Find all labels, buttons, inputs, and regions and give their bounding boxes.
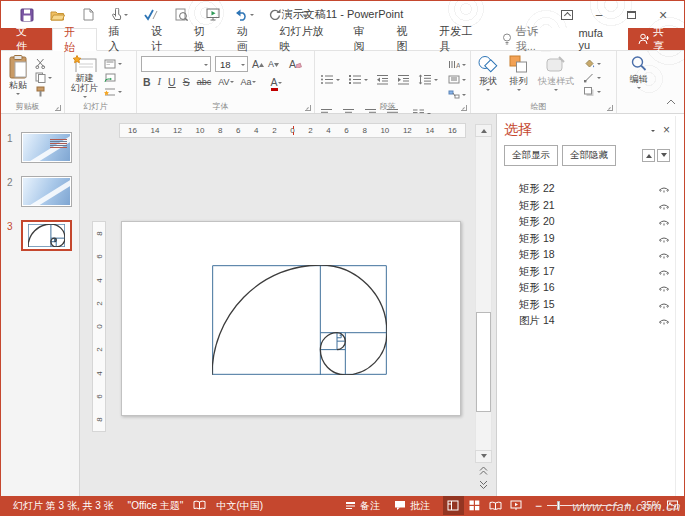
- proofing-icon[interactable]: [135, 5, 166, 25]
- reset-button[interactable]: [103, 71, 123, 84]
- previous-slide-icon[interactable]: [475, 465, 492, 477]
- pane-options-dropdown-icon[interactable]: [651, 125, 655, 136]
- increase-font-size-button[interactable]: A: [252, 58, 264, 70]
- strikethrough-button[interactable]: S: [183, 76, 190, 88]
- selection-item[interactable]: 矩形 19: [497, 231, 684, 248]
- text-shadow-button[interactable]: abc: [197, 76, 212, 88]
- close-icon[interactable]: ×: [654, 6, 672, 24]
- copy-button[interactable]: [34, 71, 53, 84]
- ribbon-tab[interactable]: 切换: [183, 28, 226, 50]
- share-button[interactable]: 共享: [628, 28, 684, 50]
- slide-thumbnail[interactable]: 2: [1, 176, 79, 207]
- new-document-icon[interactable]: [73, 5, 104, 25]
- tell-me-box[interactable]: 告诉我...: [492, 28, 567, 50]
- arrange-button[interactable]: 排列: [507, 55, 530, 100]
- visibility-eye-icon[interactable]: [658, 284, 670, 292]
- shape-fill-button[interactable]: [582, 57, 602, 70]
- selection-item[interactable]: 矩形 20: [497, 214, 684, 231]
- increase-indent-button[interactable]: [396, 73, 411, 86]
- paragraph-dialog-launcher-icon[interactable]: [461, 105, 467, 111]
- ribbon-tab[interactable]: 设计: [140, 28, 183, 50]
- visibility-eye-icon[interactable]: [658, 235, 670, 243]
- send-backward-icon[interactable]: [657, 149, 670, 162]
- shape-name[interactable]: 矩形 17: [519, 265, 658, 279]
- collapse-ribbon-icon[interactable]: [666, 91, 676, 109]
- theme-status[interactable]: "Office 主题": [121, 496, 191, 515]
- bold-button[interactable]: B: [143, 76, 151, 88]
- slide-number-status[interactable]: 幻灯片 第 3 张, 共 3 张: [6, 496, 121, 515]
- show-all-button[interactable]: 全部显示: [504, 145, 558, 166]
- start-slideshow-icon[interactable]: [197, 5, 228, 25]
- ribbon-tab[interactable]: 开始: [52, 28, 97, 51]
- selection-item[interactable]: 矩形 16: [497, 280, 684, 297]
- vertical-scrollbar[interactable]: [475, 124, 492, 491]
- golden-spiral-drawing[interactable]: [212, 265, 387, 375]
- slideshow-view-button[interactable]: [506, 496, 527, 515]
- bring-forward-icon[interactable]: [642, 149, 655, 162]
- cut-button[interactable]: [34, 57, 53, 70]
- selection-item[interactable]: 图片 14: [497, 313, 684, 330]
- shape-name[interactable]: 矩形 22: [519, 182, 658, 196]
- visibility-eye-icon[interactable]: [658, 317, 670, 325]
- slide-thumbnail-image[interactable]: [21, 132, 72, 163]
- section-button[interactable]: [103, 85, 123, 98]
- shape-name[interactable]: 矩形 21: [519, 199, 658, 213]
- new-slide-button[interactable]: 新建 幻灯片: [69, 55, 100, 100]
- character-spacing-button[interactable]: AV: [218, 76, 233, 88]
- format-painter-button[interactable]: [34, 85, 53, 98]
- visibility-eye-icon[interactable]: [658, 268, 670, 276]
- zoom-slider-thumb[interactable]: [557, 501, 560, 510]
- next-slide-icon[interactable]: [475, 479, 492, 491]
- quick-styles-button[interactable]: 快速样式: [536, 55, 576, 100]
- line-spacing-button[interactable]: [417, 73, 439, 86]
- visibility-eye-icon[interactable]: [658, 251, 670, 259]
- font-color-button[interactable]: A: [271, 76, 282, 88]
- minimize-icon[interactable]: –: [590, 6, 608, 24]
- undo-dropdown[interactable]: [250, 14, 254, 18]
- pane-close-icon[interactable]: ×: [663, 123, 670, 137]
- slide-thumbnail[interactable]: 3: [1, 220, 79, 251]
- language-status[interactable]: 中文(中国): [209, 496, 270, 515]
- shape-name[interactable]: 矩形 16: [519, 281, 658, 295]
- open-icon[interactable]: [42, 5, 73, 25]
- touch-mode-dropdown[interactable]: [124, 14, 128, 18]
- paste-button[interactable]: 粘贴: [5, 55, 31, 100]
- decrease-indent-button[interactable]: [375, 73, 390, 86]
- selection-item[interactable]: 矩形 18: [497, 247, 684, 264]
- clear-formatting-button[interactable]: A: [289, 58, 302, 70]
- hide-all-button[interactable]: 全部隐藏: [562, 145, 616, 166]
- font-name-combobox[interactable]: [141, 56, 211, 72]
- scrollbar-track[interactable]: [475, 137, 492, 450]
- selection-item[interactable]: 矩形 15: [497, 297, 684, 314]
- shape-effects-button[interactable]: [582, 85, 602, 98]
- comments-button[interactable]: 批注: [387, 496, 437, 515]
- horizontal-ruler[interactable]: 1614121086420246810121416: [119, 123, 466, 138]
- visibility-eye-icon[interactable]: [658, 301, 670, 309]
- align-text-button[interactable]: [447, 73, 467, 86]
- shape-name[interactable]: 矩形 18: [519, 248, 658, 262]
- font-size-combobox[interactable]: 18: [215, 56, 248, 72]
- reading-view-button[interactable]: [485, 496, 506, 515]
- underline-button[interactable]: U: [168, 76, 176, 88]
- shape-outline-button[interactable]: [582, 71, 602, 84]
- slide-thumbnail[interactable]: 1: [1, 132, 79, 163]
- slide-thumbnail-image[interactable]: [21, 220, 72, 251]
- shape-name[interactable]: 矩形 15: [519, 298, 658, 312]
- selection-item[interactable]: 矩形 22: [497, 181, 684, 198]
- maximize-icon[interactable]: [622, 6, 640, 24]
- convert-to-smartart-button[interactable]: [447, 88, 467, 101]
- spellcheck-status-icon[interactable]: [190, 496, 209, 515]
- shape-name[interactable]: 图片 14: [519, 314, 658, 328]
- selection-item[interactable]: 矩形 17: [497, 264, 684, 281]
- ribbon-tab[interactable]: 审阅: [343, 28, 386, 50]
- change-case-button[interactable]: Aa: [241, 76, 256, 88]
- user-name[interactable]: mufa yu: [566, 28, 627, 50]
- save-icon[interactable]: [11, 5, 42, 25]
- notes-button[interactable]: 备注: [338, 496, 387, 515]
- clipboard-dialog-launcher-icon[interactable]: [55, 105, 61, 111]
- editing-button[interactable]: 编辑: [628, 55, 650, 100]
- normal-view-button[interactable]: [443, 496, 464, 515]
- ribbon-tab[interactable]: 视图: [385, 28, 428, 50]
- layout-button[interactable]: [103, 57, 123, 70]
- scrollbar-thumb[interactable]: [476, 312, 491, 412]
